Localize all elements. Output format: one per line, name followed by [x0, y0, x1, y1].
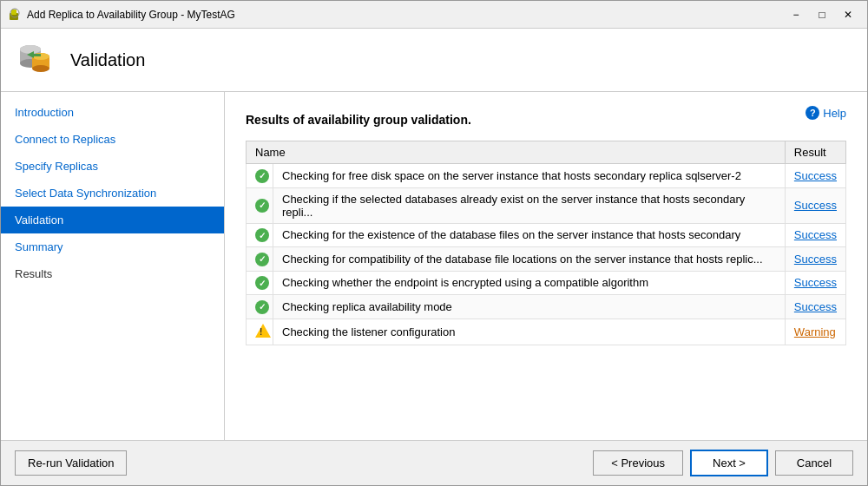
check-result[interactable]: Success — [785, 271, 845, 295]
table-row: ✓Checking if the selected databases alre… — [247, 187, 846, 223]
status-icon-cell: ✓ — [247, 164, 273, 188]
close-button[interactable]: ✕ — [836, 6, 860, 23]
window-controls: − □ ✕ — [784, 6, 860, 23]
success-icon: ✓ — [255, 169, 269, 183]
check-result[interactable]: Success — [785, 295, 845, 319]
success-icon: ✓ — [255, 199, 269, 213]
check-result[interactable]: Success — [785, 223, 845, 247]
page-header: Validation — [1, 29, 867, 92]
minimize-button[interactable]: − — [784, 6, 808, 23]
warning-icon — [255, 324, 271, 338]
sidebar-item-connect-to-replicas[interactable]: Connect to Replicas — [1, 126, 224, 153]
page-header-icon — [15, 39, 56, 81]
success-icon: ✓ — [255, 228, 269, 242]
previous-button[interactable]: < Previous — [593, 450, 683, 476]
help-link[interactable]: ? Help — [806, 106, 846, 120]
main-content-area: Introduction Connect to Replicas Specify… — [1, 92, 867, 440]
status-icon-cell: ✓ — [247, 295, 273, 319]
col-name: Name — [247, 141, 786, 164]
sidebar-item-validation[interactable]: Validation — [1, 207, 224, 233]
maximize-button[interactable]: □ — [810, 6, 834, 23]
check-name: Checking for free disk space on the serv… — [273, 164, 786, 188]
svg-rect-12 — [34, 54, 41, 56]
table-row: ✓Checking for compatibility of the datab… — [247, 247, 846, 272]
page-title: Validation — [70, 50, 145, 70]
svg-rect-1 — [11, 10, 16, 15]
result-link[interactable]: Success — [794, 169, 837, 182]
status-icon-cell: ✓ — [247, 223, 273, 247]
table-row: ✓Checking whether the endpoint is encryp… — [247, 271, 846, 295]
sidebar-item-results: Results — [1, 260, 224, 287]
check-result[interactable]: Success — [785, 164, 845, 188]
check-name: Checking the listener configuration — [273, 319, 786, 345]
sidebar-item-select-data-sync[interactable]: Select Data Synchronization — [1, 180, 224, 207]
result-link[interactable]: Warning — [794, 325, 836, 338]
table-row: Checking the listener configurationWarni… — [247, 319, 846, 345]
results-heading: Results of availability group validation… — [246, 113, 846, 127]
check-name: Checking replica availability mode — [273, 295, 786, 319]
sidebar-item-specify-replicas[interactable]: Specify Replicas — [1, 153, 224, 180]
success-icon: ✓ — [255, 276, 269, 290]
check-name: Checking if the selected databases alrea… — [273, 187, 786, 223]
rerun-validation-button[interactable]: Re-run Validation — [15, 450, 127, 476]
main-window: Add Replica to Availability Group - MyTe… — [0, 0, 868, 486]
footer: Re-run Validation < Previous Next > Canc… — [1, 440, 867, 485]
check-result[interactable]: Success — [785, 247, 845, 272]
table-row: ✓Checking for the existence of the datab… — [247, 223, 846, 247]
result-link[interactable]: Success — [794, 199, 837, 212]
content-panel: ? Help Results of availability group val… — [225, 92, 867, 440]
cancel-button[interactable]: Cancel — [775, 450, 853, 476]
check-result[interactable]: Success — [785, 187, 845, 223]
result-link[interactable]: Success — [794, 300, 837, 313]
svg-point-9 — [32, 65, 49, 72]
check-name: Checking whether the endpoint is encrypt… — [273, 271, 786, 295]
check-name: Checking for the existence of the databa… — [273, 223, 786, 247]
window-title: Add Replica to Availability Group - MyTe… — [27, 9, 784, 21]
check-name: Checking for compatibility of the databa… — [273, 247, 786, 272]
help-icon: ? — [806, 106, 819, 120]
sidebar-item-introduction[interactable]: Introduction — [1, 99, 224, 126]
app-icon — [8, 8, 22, 22]
table-row: ✓Checking for free disk space on the ser… — [247, 164, 846, 188]
result-link[interactable]: Success — [794, 253, 837, 266]
status-icon-cell — [247, 319, 273, 345]
status-icon-cell: ✓ — [247, 187, 273, 223]
sidebar: Introduction Connect to Replicas Specify… — [1, 92, 225, 440]
svg-point-6 — [20, 45, 41, 54]
check-result[interactable]: Warning — [785, 319, 845, 345]
success-icon: ✓ — [255, 300, 269, 314]
validation-table: Name Result ✓Checking for free disk spac… — [246, 141, 846, 345]
col-result: Result — [785, 141, 845, 164]
status-icon-cell: ✓ — [247, 247, 273, 272]
success-icon: ✓ — [255, 253, 269, 266]
sidebar-item-summary[interactable]: Summary — [1, 233, 224, 260]
status-icon-cell: ✓ — [247, 271, 273, 295]
result-link[interactable]: Success — [794, 228, 837, 241]
next-button[interactable]: Next > — [690, 450, 768, 476]
result-link[interactable]: Success — [794, 276, 837, 289]
title-bar: Add Replica to Availability Group - MyTe… — [1, 1, 867, 29]
table-row: ✓Checking replica availability modeSucce… — [247, 295, 846, 319]
